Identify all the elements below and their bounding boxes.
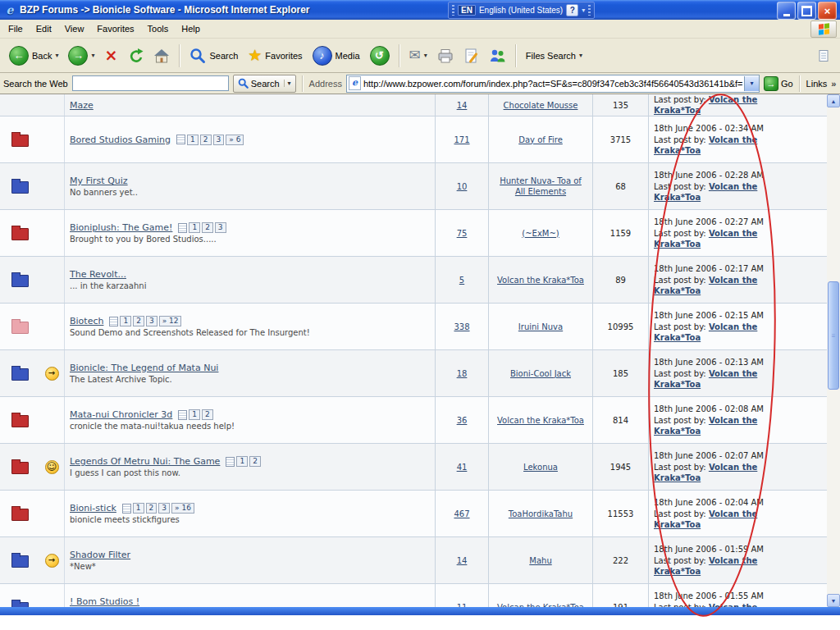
replies-link[interactable]: 10 [457, 182, 468, 191]
replies-link[interactable]: 14 [457, 101, 468, 110]
replies-link[interactable]: 18 [457, 369, 468, 378]
replies-link[interactable]: 338 [454, 322, 469, 331]
vertical-scrollbar[interactable]: ▲ ≡ ▼ [827, 94, 840, 607]
history-button[interactable]: ↺ [366, 43, 394, 68]
page-link[interactable]: 2 [202, 222, 213, 233]
replies-link[interactable]: 11 [457, 603, 468, 608]
media-button[interactable]: ♪ Media [308, 43, 364, 68]
language-bar[interactable]: EN English (United States) ? ▾ [448, 2, 595, 19]
page-link[interactable]: 2 [133, 316, 144, 326]
page-link[interactable]: » 12 [159, 316, 182, 326]
favorites-button[interactable]: ★ Favorites [244, 45, 306, 66]
page-link[interactable]: 2 [249, 456, 261, 467]
menu-favorites[interactable]: Favorites [90, 21, 140, 36]
scroll-up-button[interactable]: ▲ [827, 94, 840, 107]
topic-link[interactable]: Bioni-stick [70, 503, 116, 514]
mail-button[interactable]: ✉ ▾ [405, 46, 431, 65]
page-link[interactable]: 1 [187, 135, 199, 145]
starter-link[interactable]: Mahu [529, 555, 551, 566]
page-link[interactable]: » 16 [171, 503, 194, 514]
close-button[interactable]: × [818, 2, 837, 20]
print-button[interactable] [433, 45, 458, 66]
menu-edit[interactable]: Edit [30, 21, 58, 36]
address-dropdown-button[interactable]: ▾ [744, 76, 759, 91]
page-link[interactable]: 1 [189, 222, 200, 233]
starter-link[interactable]: Iruini Nuva [518, 322, 563, 332]
topic-link[interactable]: ! Bom Studios ! [70, 596, 139, 607]
page-link[interactable]: 3 [215, 222, 226, 233]
minimize-button[interactable] [777, 2, 796, 20]
page-link[interactable]: 3 [158, 503, 170, 514]
replies-link[interactable]: 5 [459, 276, 464, 285]
topic-link[interactable]: Bionicle: The Legend of Mata Nui [70, 363, 218, 373]
topic-link[interactable]: Legends Of Metru Nui: The Game [70, 456, 220, 467]
search-button[interactable]: Search [185, 45, 242, 66]
page-link[interactable]: 1 [236, 456, 248, 467]
scroll-down-button[interactable]: ▼ [827, 594, 840, 607]
maximize-button[interactable] [797, 2, 816, 20]
forward-button[interactable]: → ▾ [64, 43, 98, 68]
replies-link[interactable]: 75 [457, 229, 468, 238]
replies-link[interactable]: 171 [454, 135, 469, 144]
page-link[interactable]: » 6 [226, 135, 244, 145]
starter-link[interactable]: Day of Fire [518, 135, 563, 145]
topic-link[interactable]: Mata-nui Chronicler 3d [70, 409, 172, 420]
edit-button[interactable] [459, 45, 483, 66]
links-chevron-icon[interactable]: » [831, 79, 836, 89]
language-options-button[interactable]: ▾ [582, 7, 585, 14]
go-button[interactable]: → Go [764, 76, 793, 91]
replies-link[interactable]: 467 [454, 509, 469, 518]
mail-dropdown-icon[interactable]: ▾ [424, 52, 427, 59]
menu-view[interactable]: View [58, 21, 91, 36]
topic-link[interactable]: Bored Studios Gaming [70, 135, 171, 145]
menu-file[interactable]: File [2, 21, 30, 36]
menu-tools[interactable]: Tools [141, 21, 176, 36]
starter-link[interactable]: Volcan the Kraka*Toa [497, 275, 584, 285]
page-link[interactable]: 1 [120, 316, 131, 326]
web-search-dropdown-icon[interactable]: ▾ [284, 80, 291, 87]
starter-link[interactable]: Volcan the Kraka*Toa [497, 415, 584, 426]
language-abbr[interactable]: EN [458, 5, 476, 16]
starter-link[interactable]: Lekonua [523, 462, 558, 472]
forward-dropdown-icon[interactable]: ▾ [91, 52, 94, 59]
page-link[interactable]: 3 [146, 316, 158, 326]
files-search-dropdown-icon[interactable]: ▾ [579, 52, 582, 59]
stop-button[interactable]: × [101, 45, 122, 66]
scroll-thumb[interactable]: ≡ [828, 281, 839, 390]
page-link[interactable]: 2 [146, 503, 158, 514]
web-search-input[interactable] [72, 75, 229, 91]
topic-link[interactable]: My First Quiz [70, 176, 128, 186]
address-combo[interactable]: e http://www.bzpower.com/forum/index.php… [346, 75, 760, 93]
menu-help[interactable]: Help [175, 21, 207, 36]
messenger-button[interactable] [485, 45, 510, 66]
web-search-button[interactable]: Search ▾ [233, 75, 296, 93]
toolbar-extra-button[interactable] [814, 47, 835, 65]
refresh-button[interactable] [123, 45, 148, 66]
replies-link[interactable]: 36 [457, 416, 468, 425]
topic-link[interactable]: Biotech [70, 316, 103, 326]
starter-link[interactable]: ToaHordikaTahu [509, 509, 573, 519]
topic-link[interactable]: Bioniplush: The Game! [70, 222, 172, 233]
starter-link[interactable]: Hunter Nuva- Toa of All Elements [495, 176, 587, 197]
page-link[interactable]: 2 [202, 409, 213, 420]
page-link[interactable]: 2 [200, 135, 212, 145]
language-help-button[interactable]: ? [566, 4, 578, 16]
starter-link[interactable]: Volcan the Kraka*Toa [497, 602, 584, 608]
back-button[interactable]: ← Back ▾ [5, 43, 62, 68]
language-bar-grip-icon[interactable] [452, 5, 454, 16]
starter-link[interactable]: (~ExM~) [522, 228, 559, 239]
page-link[interactable]: 1 [133, 503, 144, 514]
page-link[interactable]: 3 [213, 135, 225, 145]
starter-link[interactable]: Bioni-Cool Jack [510, 368, 571, 379]
back-dropdown-icon[interactable]: ▾ [55, 52, 58, 59]
topic-link[interactable]: The Revolt... [70, 269, 126, 280]
topic-link[interactable]: Shadow Filter [70, 550, 130, 560]
topic-link[interactable]: Maze [70, 100, 94, 111]
files-search-button[interactable]: Files Search ▾ [522, 48, 587, 63]
starter-link[interactable]: Chocolate Mousse [504, 100, 578, 111]
replies-link[interactable]: 41 [457, 463, 468, 472]
home-button[interactable] [149, 45, 174, 66]
page-link[interactable]: 1 [189, 409, 200, 420]
replies-link[interactable]: 14 [457, 556, 468, 565]
address-url[interactable]: http://www.bzpower.com/forum/index.php?a… [363, 79, 744, 89]
